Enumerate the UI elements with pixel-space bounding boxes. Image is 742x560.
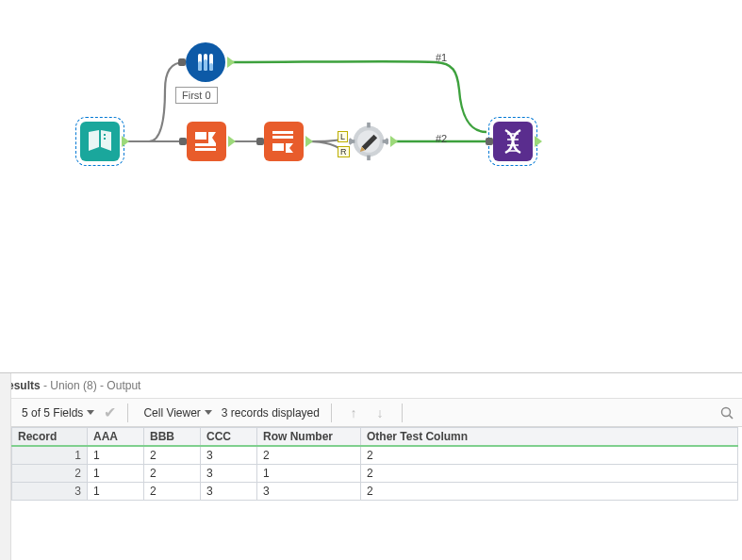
cell-viewer-label: Cell Viewer [143,406,200,420]
cell[interactable]: 1 [88,483,144,501]
connection-label-1: #1 [436,52,447,63]
chevron-down-icon [87,410,94,415]
svg-rect-0 [104,134,106,136]
results-title: esults [8,379,41,392]
col-record[interactable]: Record [12,428,88,447]
connection-wires [0,0,742,372]
tool-comment-first0[interactable]: First 0 [175,87,218,104]
svg-point-24 [722,407,731,416]
anchor-out[interactable] [305,136,313,147]
svg-rect-15 [367,123,371,127]
col-row-number[interactable]: Row Number [257,428,361,447]
tool-multirow-formula[interactable] [264,122,304,161]
svg-rect-12 [272,136,293,139]
arrow-down-icon[interactable]: ↓ [370,403,390,423]
svg-rect-10 [195,148,216,151]
cell[interactable]: 2 [144,446,201,465]
cell[interactable]: 2 [361,465,738,483]
anchor-in[interactable] [486,138,493,145]
cell[interactable]: 2 [257,446,361,465]
results-panel: esults - Union (8) - Output 5 of 5 Field… [0,372,742,560]
connection-label-2: #2 [436,133,447,144]
svg-rect-11 [272,131,293,134]
col-other-test-column[interactable]: Other Test Column [361,428,738,447]
tool-sample[interactable] [186,42,225,82]
results-subtitle: - Union (8) - Output [41,379,141,392]
svg-rect-8 [195,132,206,140]
cell-viewer-dropdown[interactable]: Cell Viewer [140,404,215,421]
tool-formula[interactable] [187,122,226,161]
svg-rect-7 [209,63,213,71]
cell[interactable]: 2 [361,483,738,501]
cell[interactable]: 1 [88,465,144,483]
checkmark-icon[interactable]: ✔ [104,404,116,421]
svg-rect-16 [367,156,371,160]
gear-pencil-icon [349,120,388,163]
formula-icon [191,126,222,156]
records-displayed-label: 3 records displayed [222,406,320,420]
svg-rect-1 [104,138,106,140]
grid-header-row: Record AAA BBB CCC Row Number Other Test… [12,428,738,447]
anchor-out[interactable] [535,136,542,147]
anchor-in[interactable] [179,138,187,145]
anchor-out[interactable] [227,57,235,68]
chevron-down-icon [205,410,212,415]
svg-rect-9 [195,143,216,146]
search-icon[interactable] [717,404,736,422]
results-toolbar: 5 of 5 Fields ✔ Cell Viewer 3 records di… [0,399,742,427]
fields-summary-label: 5 of 5 Fields [22,406,83,420]
svg-rect-6 [204,59,207,71]
anchor-in[interactable] [256,138,264,145]
dna-icon [498,126,528,156]
tool-text-input[interactable] [80,122,120,161]
table-row[interactable]: 212312 [12,465,738,483]
anchor-out[interactable] [390,136,398,147]
cell[interactable]: 3 [201,465,257,483]
workflow-canvas[interactable]: First 0 [0,0,742,372]
table-row[interactable]: 112322 [12,446,738,465]
anchor-L[interactable]: L [338,131,348,142]
fields-dropdown[interactable]: 5 of 5 Fields [18,404,98,421]
cell[interactable]: 3 [201,446,257,465]
tool-join[interactable]: L R [349,122,388,161]
col-ccc[interactable]: CCC [201,428,257,447]
arrow-up-icon[interactable]: ↑ [343,403,364,423]
anchor-R[interactable]: R [338,146,350,157]
cell-record[interactable]: 2 [12,465,88,483]
svg-rect-5 [198,61,202,71]
cell[interactable]: 3 [201,483,257,501]
multirow-icon [269,126,299,156]
col-bbb[interactable]: BBB [144,428,201,447]
cell[interactable]: 2 [144,465,201,483]
test-tubes-icon [191,48,220,76]
svg-rect-13 [272,143,284,151]
cell-record[interactable]: 3 [12,483,88,501]
col-aaa[interactable]: AAA [88,428,144,447]
cell[interactable]: 2 [361,446,738,465]
book-icon [85,126,115,156]
results-header: esults - Union (8) - Output [0,373,742,399]
tool-union[interactable] [493,122,533,161]
svg-line-25 [730,415,734,419]
cell[interactable]: 1 [88,446,144,465]
results-grid-wrap[interactable]: Record AAA BBB CCC Row Number Other Test… [11,427,742,560]
results-grid[interactable]: Record AAA BBB CCC Row Number Other Test… [11,427,738,501]
anchor-in[interactable] [178,58,186,66]
table-row[interactable]: 312332 [12,483,738,501]
anchor-out[interactable] [228,136,236,147]
anchor-out[interactable] [122,136,129,147]
cell[interactable]: 2 [144,483,201,501]
cell[interactable]: 1 [257,465,361,483]
cell-record[interactable]: 1 [12,446,88,465]
cell[interactable]: 3 [257,483,361,501]
